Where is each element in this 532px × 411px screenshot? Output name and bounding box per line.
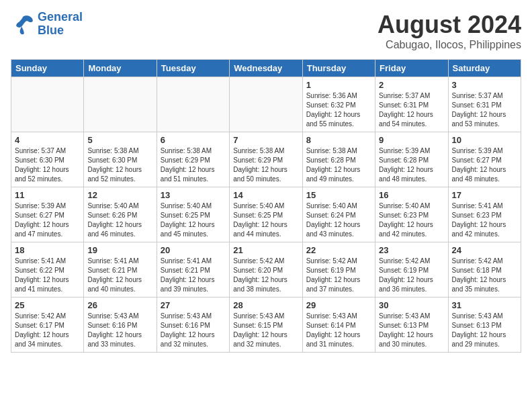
day-number: 27 (161, 300, 226, 310)
calendar-cell: 10Sunrise: 5:39 AM Sunset: 6:27 PM Dayli… (448, 132, 521, 187)
logo: General Blue (11, 11, 83, 38)
day-header-thursday: Thursday (302, 60, 375, 77)
logo-text: General Blue (38, 11, 83, 38)
day-header-tuesday: Tuesday (157, 60, 229, 77)
calendar-cell: 13Sunrise: 5:40 AM Sunset: 6:25 PM Dayli… (157, 187, 229, 242)
day-info: Sunrise: 5:43 AM Sunset: 6:14 PM Dayligh… (306, 312, 371, 349)
day-number: 26 (87, 300, 152, 310)
calendar-cell: 5Sunrise: 5:38 AM Sunset: 6:30 PM Daylig… (84, 132, 157, 187)
calendar-cell: 22Sunrise: 5:42 AM Sunset: 6:19 PM Dayli… (302, 242, 375, 298)
day-header-saturday: Saturday (448, 60, 521, 77)
calendar-cell: 26Sunrise: 5:43 AM Sunset: 6:16 PM Dayli… (84, 298, 157, 353)
day-header-sunday: Sunday (11, 60, 84, 77)
day-number: 10 (452, 135, 517, 145)
day-number: 5 (87, 135, 152, 145)
day-number: 29 (306, 300, 371, 310)
calendar-cell: 30Sunrise: 5:43 AM Sunset: 6:13 PM Dayli… (375, 298, 448, 353)
day-info: Sunrise: 5:40 AM Sunset: 6:25 PM Dayligh… (161, 201, 226, 239)
calendar-cell (84, 77, 157, 132)
calendar-cell: 24Sunrise: 5:42 AM Sunset: 6:18 PM Dayli… (448, 242, 521, 298)
day-info: Sunrise: 5:42 AM Sunset: 6:19 PM Dayligh… (306, 257, 371, 294)
calendar-cell: 7Sunrise: 5:38 AM Sunset: 6:29 PM Daylig… (230, 132, 302, 187)
day-number: 15 (306, 190, 371, 200)
calendar-cell: 31Sunrise: 5:43 AM Sunset: 6:13 PM Dayli… (448, 298, 521, 353)
day-number: 8 (306, 135, 371, 145)
day-number: 31 (452, 300, 517, 310)
day-number: 22 (306, 245, 371, 255)
day-number: 24 (452, 245, 517, 255)
day-header-monday: Monday (84, 60, 157, 77)
calendar-cell: 27Sunrise: 5:43 AM Sunset: 6:16 PM Dayli… (157, 298, 229, 353)
day-number: 2 (379, 80, 444, 90)
day-number: 21 (233, 245, 298, 255)
week-row-1: 1Sunrise: 5:36 AM Sunset: 6:32 PM Daylig… (11, 77, 521, 132)
calendar-cell: 2Sunrise: 5:37 AM Sunset: 6:31 PM Daylig… (375, 77, 448, 132)
day-info: Sunrise: 5:38 AM Sunset: 6:30 PM Dayligh… (87, 146, 152, 184)
calendar-title: August 2024 (378, 11, 521, 39)
day-number: 23 (379, 245, 444, 255)
day-info: Sunrise: 5:41 AM Sunset: 6:21 PM Dayligh… (161, 257, 226, 294)
day-number: 30 (379, 300, 444, 310)
calendar-cell: 23Sunrise: 5:42 AM Sunset: 6:19 PM Dayli… (375, 242, 448, 298)
day-info: Sunrise: 5:41 AM Sunset: 6:23 PM Dayligh… (452, 201, 517, 239)
calendar-cell: 25Sunrise: 5:42 AM Sunset: 6:17 PM Dayli… (11, 298, 84, 353)
calendar-cell: 11Sunrise: 5:39 AM Sunset: 6:27 PM Dayli… (11, 187, 84, 242)
day-number: 6 (161, 135, 226, 145)
day-number: 11 (15, 190, 80, 200)
day-number: 14 (233, 190, 298, 200)
day-info: Sunrise: 5:39 AM Sunset: 6:27 PM Dayligh… (15, 201, 80, 239)
calendar-cell (230, 77, 302, 132)
day-info: Sunrise: 5:43 AM Sunset: 6:16 PM Dayligh… (161, 312, 226, 349)
day-info: Sunrise: 5:37 AM Sunset: 6:31 PM Dayligh… (379, 91, 444, 129)
week-row-3: 11Sunrise: 5:39 AM Sunset: 6:27 PM Dayli… (11, 187, 521, 242)
calendar-cell: 29Sunrise: 5:43 AM Sunset: 6:14 PM Dayli… (302, 298, 375, 353)
day-info: Sunrise: 5:38 AM Sunset: 6:29 PM Dayligh… (161, 146, 226, 184)
day-info: Sunrise: 5:40 AM Sunset: 6:23 PM Dayligh… (379, 201, 444, 239)
day-number: 16 (379, 190, 444, 200)
day-info: Sunrise: 5:37 AM Sunset: 6:31 PM Dayligh… (452, 91, 517, 129)
day-number: 28 (233, 300, 298, 310)
day-info: Sunrise: 5:37 AM Sunset: 6:30 PM Dayligh… (15, 146, 80, 184)
day-number: 19 (87, 245, 152, 255)
calendar-cell: 4Sunrise: 5:37 AM Sunset: 6:30 PM Daylig… (11, 132, 84, 187)
week-row-2: 4Sunrise: 5:37 AM Sunset: 6:30 PM Daylig… (11, 132, 521, 187)
day-info: Sunrise: 5:39 AM Sunset: 6:27 PM Dayligh… (452, 146, 517, 184)
day-number: 25 (15, 300, 80, 310)
calendar-subtitle: Cabugao, Ilocos, Philippines (378, 39, 521, 51)
calendar-cell: 15Sunrise: 5:40 AM Sunset: 6:24 PM Dayli… (302, 187, 375, 242)
calendar-cell: 20Sunrise: 5:41 AM Sunset: 6:21 PM Dayli… (157, 242, 229, 298)
day-number: 9 (379, 135, 444, 145)
day-info: Sunrise: 5:40 AM Sunset: 6:25 PM Dayligh… (233, 201, 298, 239)
day-number: 4 (15, 135, 80, 145)
day-info: Sunrise: 5:40 AM Sunset: 6:26 PM Dayligh… (87, 201, 152, 239)
day-info: Sunrise: 5:39 AM Sunset: 6:28 PM Dayligh… (379, 146, 444, 184)
day-number: 1 (306, 80, 371, 90)
day-number: 17 (452, 190, 517, 200)
day-info: Sunrise: 5:41 AM Sunset: 6:22 PM Dayligh… (15, 257, 80, 294)
day-number: 3 (452, 80, 517, 90)
day-number: 13 (161, 190, 226, 200)
calendar-cell: 17Sunrise: 5:41 AM Sunset: 6:23 PM Dayli… (448, 187, 521, 242)
calendar-cell (157, 77, 229, 132)
week-row-5: 25Sunrise: 5:42 AM Sunset: 6:17 PM Dayli… (11, 298, 521, 353)
day-info: Sunrise: 5:43 AM Sunset: 6:13 PM Dayligh… (379, 312, 444, 349)
day-number: 18 (15, 245, 80, 255)
calendar-cell: 14Sunrise: 5:40 AM Sunset: 6:25 PM Dayli… (230, 187, 302, 242)
calendar-cell (11, 77, 84, 132)
day-info: Sunrise: 5:42 AM Sunset: 6:17 PM Dayligh… (15, 312, 80, 349)
calendar-table: SundayMondayTuesdayWednesdayThursdayFrid… (11, 59, 521, 353)
day-info: Sunrise: 5:38 AM Sunset: 6:28 PM Dayligh… (306, 146, 371, 184)
day-header-wednesday: Wednesday (230, 60, 302, 77)
week-row-4: 18Sunrise: 5:41 AM Sunset: 6:22 PM Dayli… (11, 242, 521, 298)
day-info: Sunrise: 5:43 AM Sunset: 6:16 PM Dayligh… (87, 312, 152, 349)
day-header-friday: Friday (375, 60, 448, 77)
day-info: Sunrise: 5:43 AM Sunset: 6:15 PM Dayligh… (233, 312, 298, 349)
day-info: Sunrise: 5:41 AM Sunset: 6:21 PM Dayligh… (87, 257, 152, 294)
day-number: 7 (233, 135, 298, 145)
title-block: August 2024 Cabugao, Ilocos, Philippines (378, 11, 521, 51)
day-info: Sunrise: 5:36 AM Sunset: 6:32 PM Dayligh… (306, 91, 371, 129)
calendar-cell: 16Sunrise: 5:40 AM Sunset: 6:23 PM Dayli… (375, 187, 448, 242)
calendar-cell: 1Sunrise: 5:36 AM Sunset: 6:32 PM Daylig… (302, 77, 375, 132)
page-header: General Blue August 2024 Cabugao, Ilocos… (11, 11, 521, 51)
calendar-cell: 3Sunrise: 5:37 AM Sunset: 6:31 PM Daylig… (448, 77, 521, 132)
